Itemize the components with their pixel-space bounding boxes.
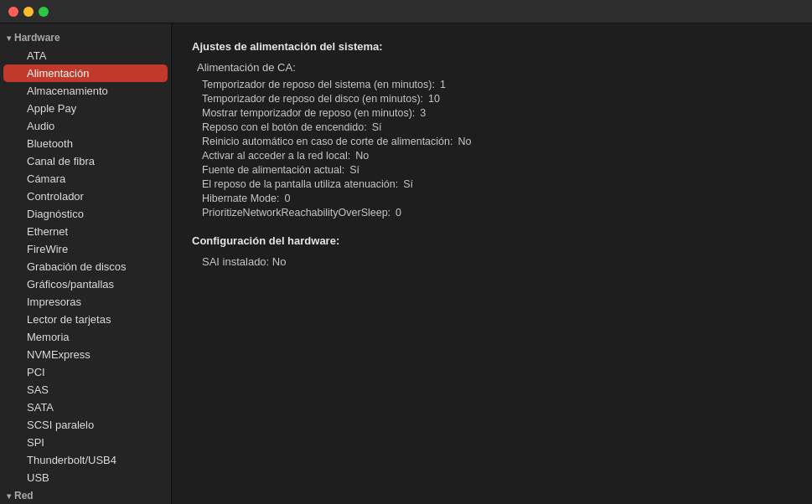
ca-info-table: Temporizador de reposo del sistema (en m… xyxy=(202,77,792,219)
sidebar-item-alimentacion[interactable]: Alimentación xyxy=(3,64,168,82)
table-row: Reinicio automático en caso de corte de … xyxy=(202,134,792,148)
sidebar-item-ata[interactable]: ATA xyxy=(3,47,168,64)
sidebar-item-apple-pay[interactable]: Apple Pay xyxy=(3,100,168,117)
table-row: Temporizador de reposo del disco (en min… xyxy=(202,91,792,105)
table-row: El reposo de la pantalla utiliza atenuac… xyxy=(202,177,792,191)
info-label: Hibernate Mode: xyxy=(202,193,284,204)
sidebar-item-thunderbolt-usb4[interactable]: Thunderbolt/USB4 xyxy=(3,451,168,469)
sidebar: ▾HardwareATAAlimentaciónAlmacenamientoAp… xyxy=(0,23,172,504)
info-label: PrioritizeNetworkReachabilityOverSleep: xyxy=(202,207,396,219)
sidebar-item-firewire[interactable]: FireWire xyxy=(3,240,168,258)
hw-config-section: SAI instalado: No xyxy=(192,255,792,268)
table-row: Fuente de alimentación actual:Sí xyxy=(202,162,792,177)
sidebar-item-sas[interactable]: SAS xyxy=(3,381,168,399)
info-label: Reposo con el botón de encendido: xyxy=(202,121,372,133)
info-label: Temporizador de reposo del disco (en min… xyxy=(202,93,428,105)
section-label: Hardware xyxy=(14,32,60,44)
sidebar-item-scsi-paralelo[interactable]: SCSI paralelo xyxy=(3,416,168,434)
info-value: 1 xyxy=(440,79,446,90)
info-value: No xyxy=(355,150,369,162)
info-value: 0 xyxy=(396,207,401,219)
info-value: Sí xyxy=(403,178,413,190)
chevron-icon: ▾ xyxy=(7,491,11,501)
main-section-title: Ajustes de alimentación del sistema: xyxy=(192,40,792,53)
info-value: No xyxy=(458,136,471,147)
sidebar-item-usb[interactable]: USB xyxy=(3,469,168,486)
sidebar-item-camara[interactable]: Cámara xyxy=(3,170,168,188)
sidebar-item-almacenamiento[interactable]: Almacenamiento xyxy=(3,82,168,100)
traffic-lights xyxy=(8,7,49,17)
sidebar-item-controlador[interactable]: Controlador xyxy=(3,188,168,205)
hw-value: No xyxy=(272,255,287,268)
chevron-icon: ▾ xyxy=(7,33,11,43)
sidebar-section-hardware[interactable]: ▾Hardware xyxy=(0,28,171,47)
table-row: Temporizador de reposo del sistema (en m… xyxy=(202,77,792,91)
info-value: 0 xyxy=(284,193,290,204)
sidebar-item-nvmexpress[interactable]: NVMExpress xyxy=(3,346,168,363)
info-label: Activar al acceder a la red local: xyxy=(202,150,355,162)
sidebar-item-canal-de-fibra[interactable]: Canal de fibra xyxy=(3,152,168,170)
sidebar-item-grabacion-de-discos[interactable]: Grabación de discos xyxy=(3,258,168,275)
sidebar-item-spi[interactable]: SPI xyxy=(3,434,168,451)
sidebar-item-ethernet[interactable]: Ethernet xyxy=(3,223,168,240)
sidebar-item-lector-de-tarjetas[interactable]: Lector de tarjetas xyxy=(3,311,168,328)
sidebar-item-diagnostico[interactable]: Diagnóstico xyxy=(3,205,168,223)
close-button[interactable] xyxy=(8,7,18,17)
sidebar-item-bluetooth[interactable]: Bluetooth xyxy=(3,135,168,152)
ca-section-label: Alimentación de CA: xyxy=(197,61,792,74)
info-value: 3 xyxy=(420,107,426,119)
hw-label: SAI instalado: xyxy=(202,255,269,268)
info-label: Mostrar temporizador de reposo (en minut… xyxy=(202,107,420,119)
sidebar-section-red[interactable]: ▾Red xyxy=(0,486,171,504)
table-row: Mostrar temporizador de reposo (en minut… xyxy=(202,105,792,120)
table-row: PrioritizeNetworkReachabilityOverSleep:0 xyxy=(202,205,792,219)
info-label: Reinicio automático en caso de corte de … xyxy=(202,136,458,147)
info-value: 10 xyxy=(428,93,440,105)
info-value: Sí xyxy=(372,121,382,133)
info-label: Fuente de alimentación actual: xyxy=(202,164,349,176)
sidebar-item-audio[interactable]: Audio xyxy=(3,117,168,135)
table-row: Hibernate Mode:0 xyxy=(202,191,792,205)
info-value: Sí xyxy=(349,164,359,176)
sidebar-item-graficos-pantallas[interactable]: Gráficos/pantallas xyxy=(3,275,168,293)
sidebar-item-sata[interactable]: SATA xyxy=(3,399,168,416)
section-label: Red xyxy=(14,490,34,501)
main-layout: ▾HardwareATAAlimentaciónAlmacenamientoAp… xyxy=(0,23,812,504)
sidebar-item-pci[interactable]: PCI xyxy=(3,363,168,381)
table-row: Activar al acceder a la red local:No xyxy=(202,148,792,162)
content-area: Ajustes de alimentación del sistema:Alim… xyxy=(172,23,812,504)
hw-config-row: SAI instalado: No xyxy=(202,255,792,268)
info-label: El reposo de la pantalla utiliza atenuac… xyxy=(202,178,403,190)
info-label: Temporizador de reposo del sistema (en m… xyxy=(202,79,440,90)
table-row: Reposo con el botón de encendido:Sí xyxy=(202,120,792,134)
sidebar-item-impresoras[interactable]: Impresoras xyxy=(3,293,168,311)
hw-config-title: Configuración del hardware: xyxy=(192,234,792,247)
sidebar-item-memoria[interactable]: Memoria xyxy=(3,328,168,346)
maximize-button[interactable] xyxy=(39,7,49,17)
title-bar xyxy=(0,0,812,23)
minimize-button[interactable] xyxy=(23,7,34,17)
